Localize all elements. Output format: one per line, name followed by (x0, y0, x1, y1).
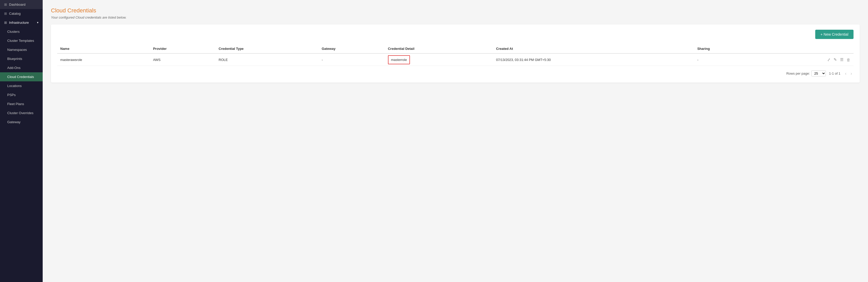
delete-icon[interactable]: 🗑 (846, 58, 850, 62)
sidebar-item-label: Dashboard (9, 3, 26, 6)
rows-per-page-label: Rows per page: (786, 72, 810, 75)
credentials-table: Name Provider Credential Type Gateway Cr… (57, 44, 854, 66)
row-actions: ⤤ ✎ ☰ 🗑 (759, 57, 850, 62)
sidebar-item-label: Gateway (7, 120, 21, 124)
cell-actions: ⤤ ✎ ☰ 🗑 (756, 54, 854, 66)
pagination-range: 1-1 of 1 (829, 72, 840, 75)
sidebar-item-label: Catalog (9, 12, 21, 15)
sidebar-item-cloud-credentials[interactable]: Cloud Credentials (0, 72, 43, 81)
infrastructure-icon: ⊞ (4, 21, 7, 25)
table-row: masterawsrole AWS ROLE - masterrole 07/1… (57, 54, 854, 66)
catalog-icon: ⊞ (4, 12, 7, 15)
col-gateway: Gateway (319, 44, 385, 54)
cell-sharing: - (694, 54, 756, 66)
cell-created-at: 07/13/2023, 03:31:44 PM GMT+5:30 (493, 54, 694, 66)
sidebar-item-blueprints[interactable]: Blueprints (0, 54, 43, 63)
share-icon[interactable]: ⤤ (827, 57, 831, 62)
col-sharing: Sharing (694, 44, 756, 54)
table-header: Name Provider Credential Type Gateway Cr… (57, 44, 854, 54)
prev-page-button[interactable]: ‹ (843, 71, 848, 76)
sidebar-item-label: Clusters (7, 30, 20, 34)
pagination-rows: Rows per page: 25 50 100 (786, 71, 826, 76)
sidebar-item-clusters[interactable]: Clusters (0, 27, 43, 36)
sidebar-item-label: Blueprints (7, 57, 22, 61)
sidebar-item-locations[interactable]: Locations (0, 81, 43, 91)
sidebar-item-label: Cluster Templates (7, 39, 34, 43)
cell-provider: AWS (150, 54, 216, 66)
sidebar-item-gateway[interactable]: Gateway (0, 117, 43, 127)
sidebar: ⊞ Dashboard ⊞ Catalog ⊞ Infrastructure ▾… (0, 0, 43, 282)
sidebar-item-infrastructure[interactable]: ⊞ Infrastructure ▾ (0, 18, 43, 27)
credential-detail-highlighted: masterrole (388, 55, 410, 64)
col-created-at: Created At (493, 44, 694, 54)
sidebar-item-namespaces[interactable]: Namespaces (0, 45, 43, 54)
col-credential-type: Credential Type (215, 44, 318, 54)
sidebar-item-label: PSPs (7, 93, 16, 97)
table-body: masterawsrole AWS ROLE - masterrole 07/1… (57, 54, 854, 66)
col-name: Name (57, 44, 150, 54)
sidebar-item-dashboard[interactable]: ⊞ Dashboard (0, 0, 43, 9)
main-content: Cloud Credentials Your configured Cloud … (43, 0, 868, 282)
next-page-button[interactable]: › (849, 71, 854, 76)
edit-icon[interactable]: ✎ (834, 57, 837, 62)
sidebar-item-label: Add-Ons (7, 66, 21, 70)
col-credential-detail: Credential Detail (385, 44, 493, 54)
sidebar-item-label: Cloud Credentials (7, 75, 34, 79)
cell-credential-type: ROLE (215, 54, 318, 66)
sidebar-item-catalog[interactable]: ⊞ Catalog (0, 9, 43, 18)
sidebar-item-label: Locations (7, 84, 22, 88)
sidebar-item-cluster-overrides[interactable]: Cluster Overrides (0, 108, 43, 117)
new-credential-button[interactable]: + New Credential (815, 30, 854, 39)
sidebar-item-label: Infrastructure (9, 21, 29, 25)
card-toolbar: + New Credential (57, 30, 854, 39)
col-provider: Provider (150, 44, 216, 54)
cell-credential-detail: masterrole (385, 54, 493, 66)
page-title: Cloud Credentials (51, 7, 860, 14)
rows-per-page-select[interactable]: 25 50 100 (811, 71, 826, 76)
sidebar-item-psps[interactable]: PSPs (0, 91, 43, 99)
page-subtitle: Your configured Cloud credentials are li… (51, 15, 860, 20)
col-actions (756, 44, 854, 54)
list-icon[interactable]: ☰ (840, 57, 843, 62)
dashboard-icon: ⊞ (4, 3, 7, 6)
sidebar-item-label: Namespaces (7, 48, 27, 51)
sidebar-item-label: Fleet Plans (7, 102, 24, 106)
sidebar-item-label: Cluster Overrides (7, 111, 33, 115)
content-card: + New Credential Name Provider Credentia… (51, 25, 860, 83)
sidebar-item-fleet-plans[interactable]: Fleet Plans (0, 99, 43, 108)
pagination-nav: ‹ › (843, 71, 854, 76)
cell-gateway: - (319, 54, 385, 66)
sidebar-item-add-ons[interactable]: Add-Ons (0, 63, 43, 72)
chevron-down-icon: ▾ (37, 21, 38, 24)
sidebar-item-cluster-templates[interactable]: Cluster Templates (0, 36, 43, 45)
pagination: Rows per page: 25 50 100 1-1 of 1 ‹ › (57, 71, 854, 76)
cell-name: masterawsrole (57, 54, 150, 66)
